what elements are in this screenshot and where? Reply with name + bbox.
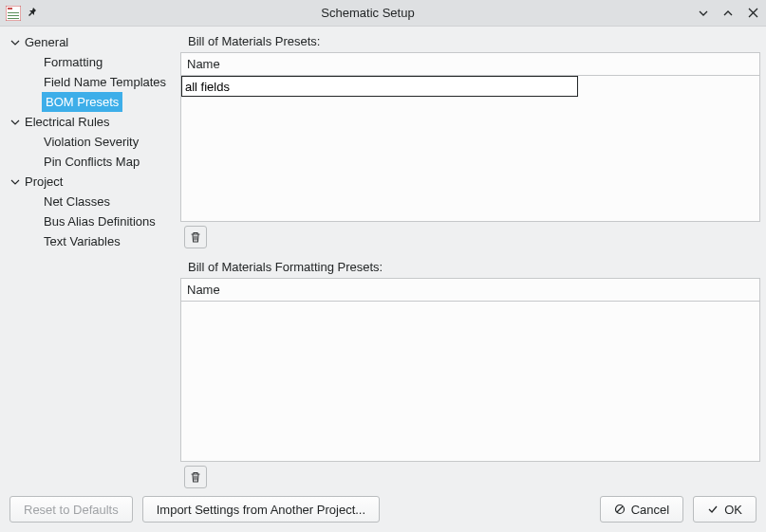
- trash-icon: [189, 230, 202, 244]
- tree-label: Project: [25, 174, 63, 189]
- delete-preset-button[interactable]: [184, 226, 207, 248]
- cancel-button[interactable]: Cancel: [600, 496, 683, 523]
- tree-section-project: Project Net Classes Bus Alias Definition…: [0, 172, 180, 251]
- bom-fmt-presets-label: Bill of Materials Formatting Presets:: [180, 252, 760, 278]
- preset-name-input[interactable]: [181, 76, 578, 97]
- bottom-bar: Reset to Defaults Import Settings from A…: [0, 488, 766, 532]
- svg-rect-4: [8, 18, 19, 19]
- bom-fmt-presets-table[interactable]: [180, 301, 760, 462]
- bom-presets-section: Bill of Materials Presets: Name: [180, 27, 760, 252]
- reset-defaults-button[interactable]: Reset to Defaults: [9, 496, 133, 523]
- import-settings-button[interactable]: Import Settings from Another Project...: [142, 496, 380, 523]
- svg-rect-2: [8, 12, 19, 13]
- bom-presets-label: Bill of Materials Presets:: [180, 27, 760, 52]
- pin-icon[interactable]: [27, 7, 40, 20]
- sidebar: General Formatting Field Name Templates …: [0, 27, 180, 488]
- bom-presets-column-name[interactable]: Name: [180, 52, 760, 75]
- svg-rect-1: [8, 8, 12, 9]
- content: General Formatting Field Name Templates …: [0, 27, 766, 488]
- tree-item-formatting[interactable]: Formatting: [0, 52, 180, 72]
- tree-label: Electrical Rules: [25, 115, 110, 129]
- tree-header-project[interactable]: Project: [0, 172, 180, 192]
- bom-presets-table[interactable]: [180, 75, 760, 222]
- cancel-icon: [614, 504, 626, 515]
- tree-header-electrical-rules[interactable]: Electrical Rules: [0, 112, 180, 132]
- tree-header-general[interactable]: General: [0, 32, 180, 52]
- tree-item-bom-presets[interactable]: BOM Presets: [42, 92, 122, 112]
- tree-item-violation-severity[interactable]: Violation Severity: [0, 132, 180, 152]
- svg-line-6: [617, 506, 623, 512]
- delete-fmt-preset-button[interactable]: [184, 466, 207, 488]
- bom-fmt-presets-section: Bill of Materials Formatting Presets: Na…: [180, 252, 760, 488]
- window-title: Schematic Setup: [46, 6, 690, 20]
- tree-item-pin-conflicts-map[interactable]: Pin Conflicts Map: [0, 152, 180, 172]
- ok-button[interactable]: OK: [693, 496, 757, 523]
- close-button[interactable]: [745, 6, 760, 21]
- svg-rect-3: [8, 15, 19, 16]
- button-label: Cancel: [631, 503, 669, 517]
- minimize-button[interactable]: [696, 6, 711, 21]
- chevron-down-icon: [9, 117, 21, 128]
- tree-item-field-name-templates[interactable]: Field Name Templates: [0, 72, 180, 92]
- main-panel: Bill of Materials Presets: Name Bill of …: [180, 27, 766, 488]
- tree-label: General: [25, 35, 68, 49]
- titlebar: Schematic Setup: [0, 0, 766, 27]
- check-icon: [707, 504, 719, 515]
- bom-fmt-presets-column-name[interactable]: Name: [180, 278, 760, 301]
- tree-item-bus-alias-definitions[interactable]: Bus Alias Definitions: [0, 211, 180, 231]
- button-label: Import Settings from Another Project...: [157, 503, 365, 517]
- tree-item-net-classes[interactable]: Net Classes: [0, 192, 180, 211]
- app-icon: [6, 6, 21, 21]
- button-label: Reset to Defaults: [24, 503, 119, 517]
- maximize-button[interactable]: [720, 6, 736, 21]
- tree-item-text-variables[interactable]: Text Variables: [0, 231, 180, 251]
- chevron-down-icon: [9, 37, 21, 48]
- button-label: OK: [724, 503, 742, 517]
- tree-section-general: General Formatting Field Name Templates …: [0, 32, 180, 112]
- chevron-down-icon: [9, 176, 21, 188]
- trash-icon: [189, 470, 202, 484]
- tree-section-electrical-rules: Electrical Rules Violation Severity Pin …: [0, 112, 180, 172]
